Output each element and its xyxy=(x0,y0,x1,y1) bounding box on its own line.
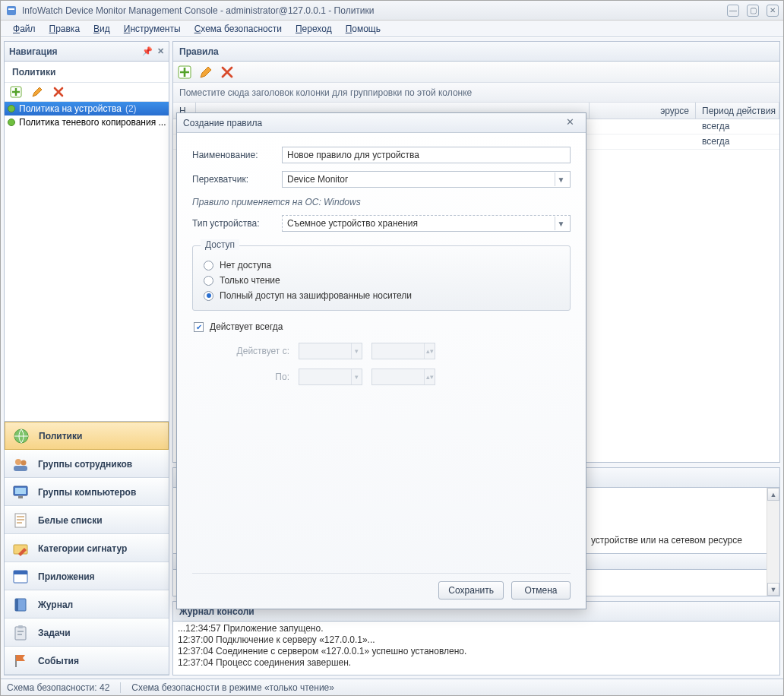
checkbox-icon: ✔ xyxy=(194,322,204,332)
radio-read-only[interactable]: Только чтение xyxy=(204,275,559,286)
chevron-down-icon: ▾ xyxy=(351,369,362,384)
access-legend: Доступ xyxy=(201,239,239,250)
section-label: Задачи xyxy=(38,628,71,638)
save-button[interactable]: Сохранить xyxy=(438,581,504,600)
chevron-down-icon: ▼ xyxy=(555,172,567,186)
svg-rect-0 xyxy=(7,6,16,15)
os-note: Правило применяется на ОС: Windows xyxy=(192,197,571,207)
section-label: События xyxy=(38,656,79,666)
rules-title: Правила xyxy=(173,42,779,62)
from-label: Действует с: xyxy=(213,346,289,356)
svg-rect-15 xyxy=(15,599,18,611)
group-by-hint[interactable]: Поместите сюда заголовок колонки для гру… xyxy=(173,83,779,103)
flag-icon xyxy=(12,653,29,669)
maximize-button[interactable]: ▢ xyxy=(747,5,759,17)
section-label: Группы компьютеров xyxy=(38,487,136,498)
device-type-select[interactable]: Съемное устройство хранения ▼ xyxy=(282,215,571,232)
console-body: ...12:34:57 Приложение запущено. 12:37:0… xyxy=(173,622,779,670)
edit-rule-button[interactable] xyxy=(199,65,213,79)
titlebar: InfoWatch Device Monitor Management Cons… xyxy=(1,1,783,21)
column-header[interactable]: эрурсе xyxy=(590,103,696,119)
tree-item-device-policy[interactable]: Политика на устройства (2) xyxy=(5,102,169,115)
tree-item-count: (2) xyxy=(125,103,137,114)
dialog-title: Создание правила xyxy=(183,118,262,128)
folder-pen-icon xyxy=(12,540,29,557)
delete-rule-button[interactable] xyxy=(220,65,234,79)
menu-security-scheme[interactable]: Схема безопасности xyxy=(188,22,288,36)
navigation-panel: Навигация 📌 ✕ Политики xyxy=(4,41,169,675)
rules-toolbar xyxy=(173,62,779,83)
menu-view[interactable]: Вид xyxy=(87,22,116,36)
log-line: 12:37:00 Подключение к серверу «127.0.0.… xyxy=(178,634,775,646)
add-policy-button[interactable] xyxy=(9,85,23,99)
device-type-value: Съемное устройство хранения xyxy=(287,218,418,229)
nav-toolbar xyxy=(5,83,169,102)
close-button[interactable]: ✕ xyxy=(767,5,779,17)
status-readonly: Схема безопасности в режиме «только чтен… xyxy=(131,682,334,693)
from-date-input: ▾ xyxy=(299,343,362,359)
menu-help[interactable]: Помощь xyxy=(340,22,387,36)
section-label: Категории сигнатур xyxy=(38,543,127,554)
menu-edit[interactable]: Правка xyxy=(43,22,87,36)
delete-policy-button[interactable] xyxy=(52,85,65,99)
from-time-input: ▴▾ xyxy=(371,343,435,359)
clipboard-icon xyxy=(12,625,29,641)
device-type-label: Тип устройства: xyxy=(192,218,282,229)
section-employee-groups[interactable]: Группы сотрудников xyxy=(5,450,169,478)
section-tasks[interactable]: Задачи xyxy=(5,618,169,647)
cancel-button[interactable]: Отмена xyxy=(511,581,571,600)
details-scrollbar[interactable]: ▲ ▼ xyxy=(767,488,779,596)
radio-label: Нет доступа xyxy=(220,260,271,270)
scroll-up-icon[interactable]: ▲ xyxy=(767,488,779,501)
pin-icon[interactable]: 📌 xyxy=(142,46,153,56)
nav-subheader: Политики xyxy=(5,62,169,83)
svg-rect-13 xyxy=(14,571,27,574)
radio-full-encrypted[interactable]: Полный доступ на зашифрованные носители xyxy=(204,290,559,301)
menu-go[interactable]: Переход xyxy=(289,22,338,36)
active-to-row: По: ▾ ▴▾ xyxy=(192,369,571,385)
interceptor-label: Перехватчик: xyxy=(192,174,282,185)
menu-tools[interactable]: Инструменты xyxy=(118,22,187,36)
interceptor-select[interactable]: Device Monitor ▼ xyxy=(282,171,571,188)
radio-no-access[interactable]: Нет доступа xyxy=(204,260,559,270)
section-events[interactable]: События xyxy=(5,647,169,675)
menu-file[interactable]: Файл xyxy=(7,22,42,36)
name-label: Наименование: xyxy=(192,150,282,160)
nav-close-icon[interactable]: ✕ xyxy=(157,46,164,56)
section-label: Политики xyxy=(39,431,82,441)
section-computer-groups[interactable]: Группы компьютеров xyxy=(5,478,169,506)
window-icon xyxy=(12,568,29,585)
log-line: 12:37:04 Соединение с сервером «127.0.0.… xyxy=(178,646,775,657)
tree-item-label: Политика на устройства xyxy=(19,103,122,114)
create-rule-dialog: Создание правила ✕ Наименование: Перехва… xyxy=(176,112,586,609)
section-label: Группы сотрудников xyxy=(38,459,132,470)
radio-label: Полный доступ на зашифрованные носители xyxy=(220,290,412,301)
radio-label: Только чтение xyxy=(220,275,280,286)
book-icon xyxy=(12,596,29,613)
edit-policy-button[interactable] xyxy=(30,85,44,99)
spinner-icon: ▴▾ xyxy=(424,369,435,384)
to-time-input: ▴▾ xyxy=(371,369,435,385)
column-header[interactable]: Период действия xyxy=(696,103,779,119)
minimize-button[interactable]: — xyxy=(727,5,739,17)
always-checkbox[interactable]: ✔ Действует всегда xyxy=(194,321,571,332)
scroll-down-icon[interactable]: ▼ xyxy=(767,583,779,596)
window-title: InfoWatch Device Monitor Management Cons… xyxy=(22,5,719,16)
section-signature-categories[interactable]: Категории сигнатур xyxy=(5,534,169,562)
dialog-titlebar: Создание правила ✕ xyxy=(177,113,586,133)
tree-item-shadow-policy[interactable]: Политика теневого копирования ... xyxy=(5,115,169,129)
to-date-input: ▾ xyxy=(299,369,362,385)
section-label: Приложения xyxy=(38,571,95,582)
add-rule-button[interactable] xyxy=(178,65,191,79)
console-panel: Журнал консоли ...12:34:57 Приложение за… xyxy=(172,601,780,675)
app-icon xyxy=(5,5,17,17)
section-policies[interactable]: Политики xyxy=(5,422,169,450)
section-journal[interactable]: Журнал xyxy=(5,590,169,618)
radio-icon xyxy=(204,261,213,270)
svg-rect-17 xyxy=(18,625,23,628)
rule-name-input[interactable] xyxy=(282,147,571,163)
section-applications[interactable]: Приложения xyxy=(5,562,169,590)
section-whitelists[interactable]: Белые списки xyxy=(5,506,169,534)
radio-icon xyxy=(204,276,213,286)
dialog-close-icon[interactable]: ✕ xyxy=(566,116,580,130)
